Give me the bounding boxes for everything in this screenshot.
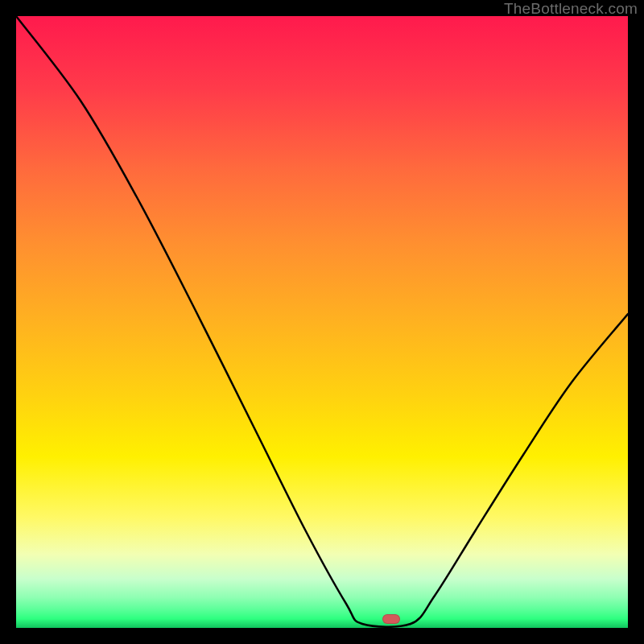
- watermark-text: TheBottleneck.com: [504, 0, 638, 18]
- bottleneck-curve: [16, 16, 628, 628]
- curve-path: [16, 16, 628, 627]
- plot-area: [16, 16, 628, 628]
- chart-frame: TheBottleneck.com: [0, 0, 644, 644]
- optimal-marker: [382, 614, 400, 624]
